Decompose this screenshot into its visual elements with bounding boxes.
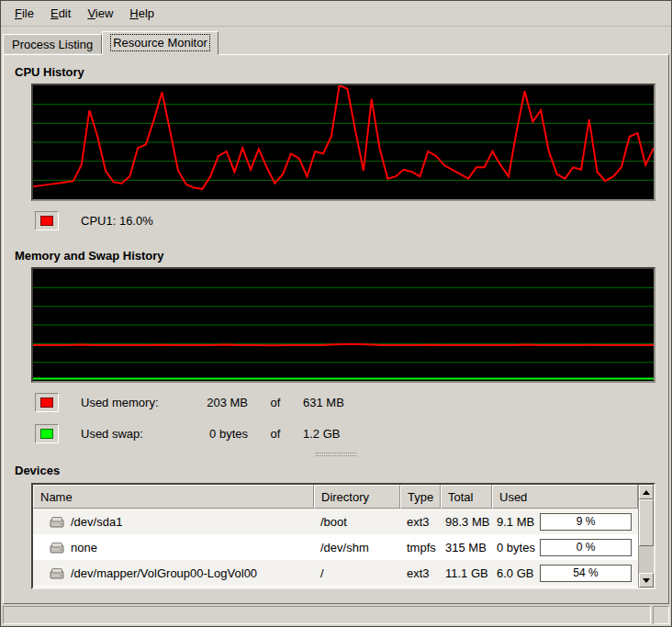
- devices-table-body: Name Directory Type Total Used /dev/sda1: [33, 485, 638, 588]
- scrollbar-thumb[interactable]: [639, 499, 654, 546]
- table-row[interactable]: /dev/mapper/VolGroup00-LogVol00 / ext3 1…: [33, 560, 638, 586]
- used-memory-of: of: [248, 396, 303, 409]
- column-header-name[interactable]: Name: [33, 485, 314, 509]
- menu-file[interactable]: File: [6, 3, 42, 24]
- usage-percent-label: 0 %: [541, 540, 631, 555]
- usage-percent-label: 54 %: [541, 565, 631, 581]
- tab-bar: Process Listing Resource Monitor: [1, 28, 671, 54]
- device-directory: /: [314, 566, 400, 580]
- memory-history-title: Memory and Swap History: [15, 249, 668, 263]
- memory-color-chip: [40, 397, 53, 408]
- column-header-type[interactable]: Type: [400, 485, 441, 509]
- devices-table: Name Directory Type Total Used /dev/sda1: [31, 483, 655, 589]
- device-type: ext3: [400, 515, 441, 529]
- device-name: /dev/mapper/VolGroup00-LogVol00: [71, 566, 257, 580]
- used-swap-legend: Used swap: 0 bytes of 1.2 GB: [35, 423, 668, 443]
- usage-percent-label: 9 %: [541, 514, 631, 530]
- memory-legend-swatch: [35, 393, 59, 412]
- device-directory: /dev/shm: [314, 541, 400, 554]
- pane-resize-handle[interactable]: [316, 453, 356, 458]
- device-used: 0 bytes: [492, 541, 535, 554]
- down-arrow-icon: [643, 578, 650, 583]
- drive-icon: [50, 567, 64, 579]
- tab-resource-monitor[interactable]: Resource Monitor: [102, 31, 218, 55]
- used-memory-label: Used memory:: [81, 396, 178, 409]
- cpu-legend-swatch: [35, 211, 59, 230]
- system-monitor-window: File Edit View Help Process Listing Reso…: [0, 0, 672, 627]
- window-resize-grip[interactable]: [653, 606, 669, 624]
- menu-help[interactable]: Help: [121, 3, 162, 24]
- cpu-color-chip: [40, 216, 53, 226]
- usage-progress-bar: 0 %: [540, 539, 632, 556]
- swap-legend-swatch: [35, 424, 59, 443]
- menu-view[interactable]: View: [79, 3, 121, 24]
- device-type: tmpfs: [400, 541, 441, 554]
- device-directory: /boot: [314, 515, 400, 529]
- used-memory-value: 203 MB: [178, 396, 248, 409]
- devices-table-header: Name Directory Type Total Used: [33, 485, 638, 509]
- drive-icon: [50, 516, 64, 528]
- devices-scrollbar[interactable]: [638, 485, 654, 588]
- device-name: /dev/sda1: [71, 515, 122, 529]
- usage-progress-bar: 9 %: [540, 513, 632, 531]
- device-total: 11.1 GB: [441, 566, 492, 580]
- cpu-history-title: CPU History: [15, 65, 668, 79]
- memory-swap-graph: [31, 267, 655, 383]
- scroll-down-button[interactable]: [639, 573, 654, 588]
- menu-bar: File Edit View Help: [1, 1, 671, 27]
- used-swap-value: 0 bytes: [178, 427, 248, 441]
- menu-edit[interactable]: Edit: [42, 3, 79, 24]
- device-used: 6.0 GB: [492, 566, 533, 580]
- column-header-total[interactable]: Total: [441, 485, 492, 509]
- cpu-history-graph: [31, 84, 655, 201]
- device-name: none: [71, 541, 97, 554]
- drive-icon: [50, 542, 64, 554]
- usage-progress-bar: 54 %: [540, 565, 632, 582]
- tab-process-listing[interactable]: Process Listing: [3, 34, 102, 54]
- device-total: 315 MB: [441, 541, 492, 554]
- cpu-legend-label: CPU1: 16.0%: [81, 214, 153, 228]
- up-arrow-icon: [643, 490, 650, 495]
- status-bar: [1, 604, 671, 626]
- resource-monitor-panel: CPU History CPU1: 16.0% Memory and Swap …: [3, 54, 669, 604]
- cpu-legend: CPU1: 16.0%: [35, 210, 668, 230]
- tab-resource-monitor-label: Resource Monitor: [111, 35, 209, 50]
- devices-title: Devices: [15, 464, 668, 477]
- total-swap-value: 1.2 GB: [303, 427, 340, 441]
- device-total: 98.3 MB: [441, 515, 492, 529]
- device-used: 9.1 MB: [492, 515, 534, 529]
- status-message-area: [3, 606, 651, 624]
- swap-color-chip: [40, 429, 53, 439]
- scrollbar-track[interactable]: [639, 499, 654, 573]
- column-header-used[interactable]: Used: [492, 485, 638, 509]
- used-swap-of: of: [248, 427, 303, 441]
- device-type: ext3: [400, 566, 441, 580]
- used-swap-label: Used swap:: [81, 427, 178, 441]
- table-row[interactable]: /dev/sda1 /boot ext3 98.3 MB 9.1 MB 9 %: [33, 509, 638, 534]
- scroll-up-button[interactable]: [639, 485, 654, 499]
- used-memory-legend: Used memory: 203 MB of 631 MB: [35, 392, 668, 412]
- total-memory-value: 631 MB: [303, 396, 344, 409]
- column-header-directory[interactable]: Directory: [314, 485, 400, 509]
- table-row[interactable]: none /dev/shm tmpfs 315 MB 0 bytes 0 %: [33, 534, 638, 560]
